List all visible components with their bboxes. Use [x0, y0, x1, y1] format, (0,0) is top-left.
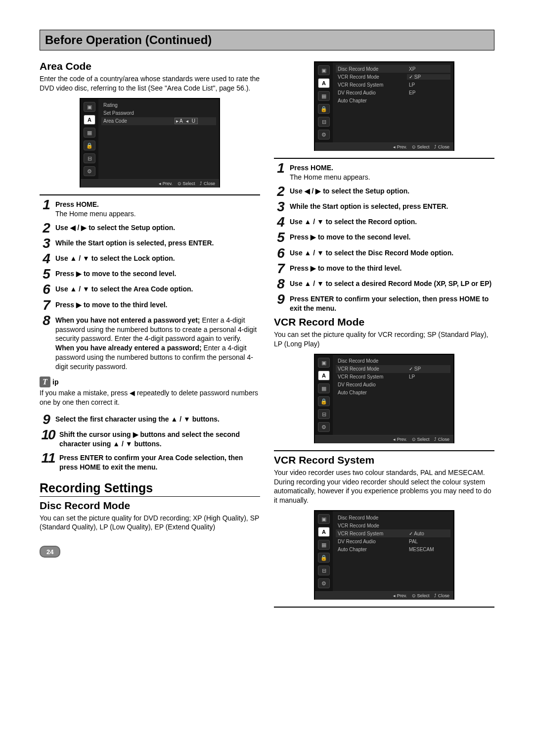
footer-close: ⤴ Close	[434, 144, 449, 149]
ui-opt: XP	[407, 66, 450, 72]
grid-icon: ▦	[318, 91, 330, 101]
footer-close: ⤴ Close	[200, 181, 215, 186]
vcr-record-system-intro: Your video recorder uses two colour stan…	[274, 468, 494, 506]
ui-opt-checked: Auto	[407, 531, 450, 536]
footer-select: ⊙ Select	[412, 437, 430, 442]
frame-icon: ⊟	[318, 409, 330, 419]
ui-item: DV Record Audio	[336, 539, 407, 544]
step-bold: Press ▶ to move to the third level.	[290, 264, 402, 272]
disc-record-mode-heading: Disc Record Mode	[40, 500, 260, 512]
r-step-5: 5Press ▶ to move to the second level.	[274, 231, 494, 243]
ui-item: Set Password	[101, 110, 173, 116]
r-step-4: 4Use ▲ / ▼ to select the Record option.	[274, 216, 494, 228]
footer-select: ⊙ Select	[412, 144, 430, 149]
monitor-icon: ▣	[318, 65, 330, 75]
step-bold-2: When you have already entered a password…	[55, 344, 202, 352]
step-number: 4	[274, 216, 287, 228]
lock-icon: 🔒	[318, 396, 330, 406]
tip-row: T ip	[40, 377, 260, 387]
step-bold: Press ▶ to move to the third level.	[55, 301, 168, 309]
ui-footer: ◂ Prev. ⊙ Select ⤴ Close	[315, 142, 453, 151]
step-number: 8	[274, 278, 287, 290]
page-number: 24	[40, 546, 60, 558]
step-bold: Use ▲ / ▼ to select the Area Code option…	[55, 285, 193, 293]
footer-prev: ◂ Prev.	[159, 181, 173, 186]
step-bold: Press ENTER to confirm your Area Code se…	[59, 454, 243, 471]
footer-prev: ◂ Prev.	[393, 593, 407, 598]
right-column: ▣ A ▦ 🔒 ⊟ ⚙ Disc Record ModeXP VCR Recor…	[274, 57, 494, 608]
ui-opt: PAL	[407, 539, 450, 544]
lock-icon: 🔒	[318, 104, 330, 114]
footer-close: ⤴ Close	[434, 593, 449, 598]
step-number: 3	[40, 237, 52, 249]
step-8: 8 When you have not entered a password y…	[40, 314, 260, 372]
ui-item: Auto Chapter	[336, 390, 407, 395]
footer-select: ⊙ Select	[178, 181, 195, 186]
vcr-mode-ui: ▣ A ▦ 🔒 ⊟ ⚙ Disc Record Mode VCR Record …	[274, 354, 494, 451]
step-text: The Home menu appears.	[290, 173, 370, 181]
step-bold: Press ▶ to move to the second level.	[290, 233, 410, 241]
ui-footer: ◂ Prev. ⊙ Select ⤴ Close	[315, 591, 453, 600]
a-icon: A	[318, 371, 330, 380]
step-bold: Use ◀ / ▶ to select the Setup option.	[290, 187, 409, 195]
ui-item: Disc Record Mode	[336, 358, 407, 364]
vcr-system-ui: ▣ A ▦ 🔒 ⊟ ⚙ Disc Record Mode VCR Record …	[274, 510, 494, 608]
r-step-1: 1Press HOME.The Home menu appears.	[274, 162, 494, 182]
step-bold: Press HOME.	[55, 200, 99, 208]
step-bold: Shift the cursor using ▶ buttons and sel…	[59, 430, 240, 448]
step-9: 9Select the first character using the ▲ …	[40, 413, 260, 425]
step-number: 11	[40, 452, 56, 464]
monitor-icon: ▣	[84, 102, 95, 112]
gear-icon: ⚙	[318, 422, 330, 432]
ui-opt-checked: SP	[407, 74, 450, 80]
step-bold: Use ▲ / ▼ to select the Record option.	[290, 218, 417, 226]
vcr-record-mode-heading: VCR Record Mode	[274, 316, 494, 328]
step-number: 10	[40, 428, 56, 441]
lock-icon: 🔒	[84, 141, 95, 150]
step-bold: Press ▶ to move to the second level.	[55, 270, 176, 278]
step-bold: Use ▲ / ▼ to select the Lock option.	[55, 254, 175, 262]
step-1: 1Press HOME.The Home menu appears.	[40, 198, 260, 219]
step-4: 4Use ▲ / ▼ to select the Lock option.	[40, 252, 260, 265]
ui-item: DV Record Audio	[336, 90, 407, 95]
ui-sidebar: ▣ A ▦ 🔒 ⊟ ⚙	[315, 355, 333, 435]
grid-icon: ▦	[84, 128, 95, 138]
grid-icon: ▦	[318, 540, 330, 550]
a-icon: A	[318, 527, 330, 537]
disc-record-mode-intro: You can set the picture quality for DVD …	[40, 514, 260, 532]
ui-item-selected: Disc Record Mode	[336, 66, 407, 72]
footer-prev: ◂ Prev.	[393, 144, 407, 149]
ui-item: VCR Record System	[336, 82, 407, 88]
gear-icon: ⚙	[318, 130, 330, 140]
step-2: 2Use ◀ / ▶ to select the Setup option.	[40, 222, 260, 234]
recording-settings-heading: Recording Settings	[40, 481, 260, 497]
a-icon: A	[318, 78, 330, 88]
step-number: 1	[274, 162, 287, 174]
footer-close: ⤴ Close	[434, 437, 449, 442]
disc-record-ui: ▣ A ▦ 🔒 ⊟ ⚙ Disc Record ModeXP VCR Recor…	[274, 61, 494, 159]
step-number: 3	[274, 200, 287, 213]
step-7: 7Press ▶ to move to the third level.	[40, 299, 260, 311]
ui-item: Auto Chapter	[336, 547, 407, 552]
step-11: 11Press ENTER to confirm your Area Code …	[40, 452, 260, 472]
ui-item-selected: Area Code	[101, 118, 173, 124]
footer-prev: ◂ Prev.	[393, 437, 407, 442]
r-step-2: 2Use ◀ / ▶ to select the Setup option.	[274, 185, 494, 197]
vcr-record-mode-intro: You can set the picture quality for VCR …	[274, 330, 494, 349]
step-bold: Select the first character using the ▲ /…	[55, 415, 220, 423]
step-number: 7	[40, 299, 52, 311]
step-number: 5	[274, 231, 287, 243]
frame-icon: ⊟	[318, 117, 330, 127]
step-bold: While the Start option is selected, pres…	[290, 202, 448, 210]
step-6: 6Use ▲ / ▼ to select the Area Code optio…	[40, 283, 260, 295]
step-number: 6	[40, 283, 52, 295]
gear-icon: ⚙	[84, 166, 95, 176]
ui-footer: ◂ Prev. ⊙ Select ⤴ Close	[315, 435, 453, 443]
ui-item: Disc Record Mode	[336, 515, 407, 520]
tip-icon: T	[40, 377, 50, 387]
ui-item: VCR Record Mode	[336, 523, 407, 528]
r-step-3: 3While the Start option is selected, pre…	[274, 200, 494, 213]
step-bold: Use ◀ / ▶ to select the Setup option.	[55, 224, 175, 232]
step-bold: While the Start option is selected, pres…	[55, 239, 214, 247]
area-code-intro: Enter the code of a country/area whose s…	[40, 74, 260, 93]
